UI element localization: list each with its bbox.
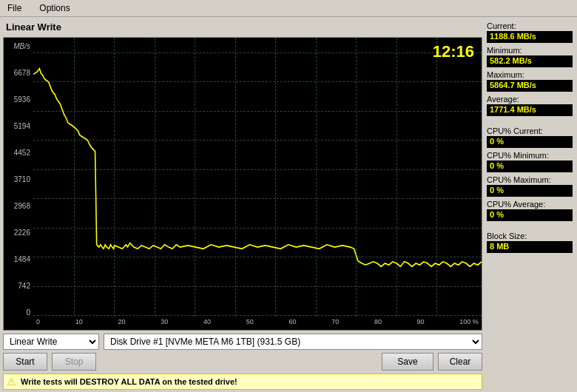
y-label-6678: 6678 bbox=[5, 69, 30, 77]
current-value: 1188.6 MB/s bbox=[487, 31, 573, 43]
x-label-50: 50 bbox=[246, 318, 254, 330]
stat-maximum: Maximum: 5864.7 MB/s bbox=[487, 70, 573, 92]
average-value: 1771.4 MB/s bbox=[487, 104, 573, 116]
menubar: File Options bbox=[0, 0, 577, 17]
block-size-label: Block Size: bbox=[487, 232, 573, 240]
stat-block-size: Block Size: 8 MB bbox=[487, 232, 573, 253]
y-label-3710: 3710 bbox=[5, 175, 30, 183]
x-label-30: 30 bbox=[161, 318, 168, 330]
minimum-label: Minimum: bbox=[487, 46, 573, 55]
cpu-minimum-label: CPU% Minimum: bbox=[487, 151, 573, 160]
x-label-20: 20 bbox=[118, 318, 125, 330]
stat-cpu-minimum: CPU% Minimum: 0 % bbox=[487, 151, 573, 172]
x-label-10: 10 bbox=[75, 318, 83, 330]
main-container: Linear Write MB/s 6678 5936 5194 4452 37… bbox=[0, 17, 577, 392]
cpu-maximum-label: CPU% Maximum: bbox=[487, 175, 573, 184]
y-axis: MB/s 6678 5936 5194 4452 3710 2968 2226 … bbox=[4, 38, 33, 330]
cpu-maximum-value: 0 % bbox=[487, 185, 573, 197]
stat-divider-2 bbox=[487, 224, 573, 229]
x-label-90: 90 bbox=[417, 318, 425, 330]
save-button[interactable]: Save bbox=[382, 353, 433, 371]
chart-title: Linear Write bbox=[3, 20, 482, 34]
minimum-value: 582.2 MB/s bbox=[487, 55, 573, 67]
x-label-80: 80 bbox=[374, 318, 382, 330]
left-panel: Linear Write MB/s 6678 5936 5194 4452 37… bbox=[3, 20, 482, 390]
right-panel: Current: 1188.6 MB/s Minimum: 582.2 MB/s… bbox=[485, 20, 574, 390]
stat-cpu-current: CPU% Current: 0 % bbox=[487, 126, 573, 148]
drive-dropdown[interactable]: Disk Drive #1 [NVMe META M6 1TB] (931.5 … bbox=[104, 334, 482, 350]
stat-current: Current: 1188.6 MB/s bbox=[487, 21, 573, 43]
control-row-2: Start Stop Save Clear bbox=[3, 353, 482, 371]
y-label-0: 0 bbox=[5, 308, 30, 317]
time-display: 12:16 bbox=[433, 42, 474, 61]
stat-cpu-maximum: CPU% Maximum: 0 % bbox=[487, 175, 573, 197]
y-label-2968: 2968 bbox=[5, 202, 30, 210]
start-button[interactable]: Start bbox=[3, 353, 47, 371]
y-label-5194: 5194 bbox=[5, 122, 30, 130]
cpu-minimum-value: 0 % bbox=[487, 160, 573, 172]
x-label-0: 0 bbox=[36, 318, 40, 330]
stop-button[interactable]: Stop bbox=[52, 353, 96, 371]
warning-text: Write tests will DESTROY ALL DATA on the… bbox=[21, 377, 237, 386]
current-label: Current: bbox=[487, 21, 573, 30]
cpu-current-value: 0 % bbox=[487, 136, 573, 148]
x-label-100: 100 % bbox=[459, 318, 479, 330]
average-label: Average: bbox=[487, 95, 573, 104]
controls-area: Linear Write Disk Drive #1 [NVMe META M6… bbox=[3, 334, 482, 390]
warning-row: ⚠ Write tests will DESTROY ALL DATA on t… bbox=[3, 374, 482, 390]
x-label-40: 40 bbox=[203, 318, 211, 330]
stat-divider-1 bbox=[487, 119, 573, 124]
y-label-4452: 4452 bbox=[5, 149, 30, 157]
block-size-value: 8 MB bbox=[487, 241, 573, 253]
y-label-2226: 2226 bbox=[5, 229, 30, 237]
cpu-average-value: 0 % bbox=[487, 209, 573, 221]
stat-average: Average: 1771.4 MB/s bbox=[487, 95, 573, 116]
chart-area: 12:16 bbox=[33, 38, 482, 330]
x-label-60: 60 bbox=[288, 318, 296, 330]
x-axis: 0 10 20 30 40 50 60 70 80 90 100 % bbox=[33, 317, 482, 330]
y-label-1484: 1484 bbox=[5, 255, 30, 263]
test-type-dropdown[interactable]: Linear Write bbox=[3, 334, 99, 350]
stat-cpu-average: CPU% Average: 0 % bbox=[487, 200, 573, 221]
cpu-average-label: CPU% Average: bbox=[487, 200, 573, 209]
clear-button[interactable]: Clear bbox=[438, 353, 482, 371]
menu-file[interactable]: File bbox=[3, 1, 26, 15]
y-label-mbs: MB/s bbox=[5, 42, 30, 50]
x-label-70: 70 bbox=[331, 318, 339, 330]
menu-options[interactable]: Options bbox=[35, 1, 74, 15]
maximum-value: 5864.7 MB/s bbox=[487, 80, 573, 92]
chart-wrapper: MB/s 6678 5936 5194 4452 3710 2968 2226 … bbox=[3, 37, 482, 331]
y-label-5936: 5936 bbox=[5, 95, 30, 104]
maximum-label: Maximum: bbox=[487, 70, 573, 79]
control-row-1: Linear Write Disk Drive #1 [NVMe META M6… bbox=[3, 334, 482, 350]
cpu-current-label: CPU% Current: bbox=[487, 126, 573, 135]
stat-minimum: Minimum: 582.2 MB/s bbox=[487, 46, 573, 67]
warning-icon: ⚠ bbox=[7, 376, 16, 388]
y-label-742: 742 bbox=[5, 282, 30, 290]
chart-svg bbox=[33, 38, 482, 330]
